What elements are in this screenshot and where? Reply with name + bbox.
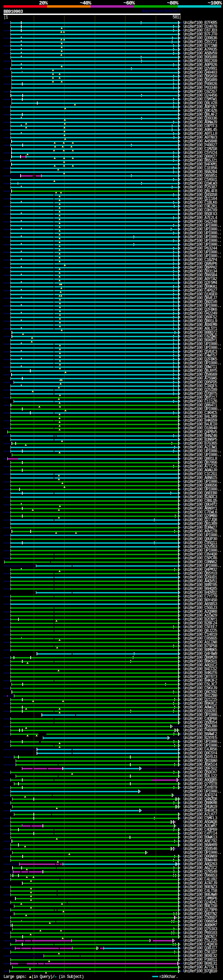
svg-text:|1: |1 [3, 15, 8, 20]
svg-text:~80%: ~80% [167, 0, 179, 6]
svg-text:Large gaps:: Large gaps: [3, 974, 26, 979]
svg-text:20%: 20% [39, 0, 48, 6]
svg-text:~40%: ~40% [80, 0, 91, 6]
svg-text:AlignView.pm Beta rel.7: AlignView.pm Beta rel.7 [142, 9, 180, 13]
svg-text:=100char.: =100char. [159, 974, 178, 979]
svg-text:(in Query)/: (in Query)/ [31, 974, 55, 979]
svg-text:UniRef100_B7QB10: UniRef100_B7QB10 [184, 969, 217, 974]
svg-text:(in Subject): (in Subject) [59, 974, 83, 979]
svg-text:BB910903: BB910903 [3, 9, 23, 14]
svg-text:581|: 581| [172, 15, 181, 20]
svg-text:~100%: ~100% [208, 0, 222, 6]
svg-text:~60%: ~60% [124, 0, 135, 6]
